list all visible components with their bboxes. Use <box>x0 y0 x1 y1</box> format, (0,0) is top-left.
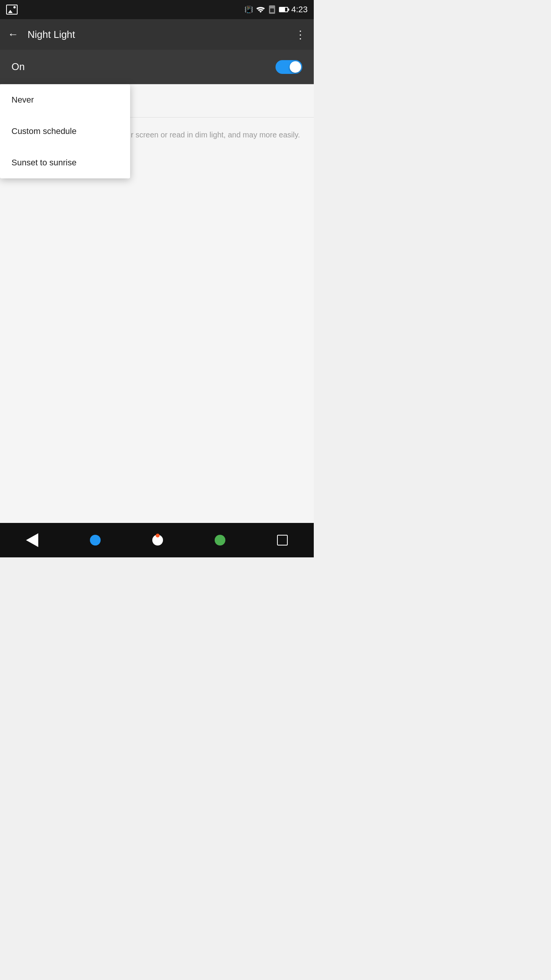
status-bar-left <box>6 5 18 15</box>
photo-mountain-icon <box>8 10 13 13</box>
dropdown-item-sunset-sunrise[interactable]: Sunset to sunrise <box>0 147 130 178</box>
photo-circle-icon <box>13 6 16 8</box>
main-content: cally r screen red at night. This makes … <box>0 84 314 544</box>
home-green-icon <box>215 535 225 546</box>
home-blue-button[interactable] <box>90 535 101 546</box>
dropdown-menu: Never Custom schedule Sunset to sunrise <box>0 84 130 178</box>
wifi-icon <box>256 6 265 13</box>
toggle-row: On <box>0 50 314 84</box>
dropdown-item-never[interactable]: Never <box>0 84 130 116</box>
home-white-button[interactable] <box>152 535 163 546</box>
back-button[interactable]: ← <box>8 28 18 41</box>
vibrate-icon: 📳 <box>245 5 253 14</box>
recents-icon <box>277 535 288 546</box>
home-green-button[interactable] <box>215 535 225 546</box>
home-white-icon <box>152 535 163 546</box>
svg-rect-1 <box>270 8 274 12</box>
more-options-button[interactable]: ⋮ <box>295 28 306 41</box>
nav-bar <box>0 523 314 557</box>
home-blue-icon <box>90 535 101 546</box>
page-title: Night Light <box>28 29 75 41</box>
night-light-toggle[interactable] <box>276 60 302 74</box>
time-display: 4:23 <box>291 5 308 15</box>
dropdown-item-custom-schedule[interactable]: Custom schedule <box>0 116 130 147</box>
toolbar: ← Night Light ⋮ <box>0 19 314 50</box>
battery-icon <box>279 7 288 12</box>
back-nav-icon <box>26 533 38 547</box>
toolbar-left: ← Night Light <box>8 28 75 41</box>
sim-icon <box>268 5 276 14</box>
recents-button[interactable] <box>277 535 288 546</box>
back-nav-button[interactable] <box>26 533 38 547</box>
toggle-label: On <box>11 61 25 73</box>
photo-icon <box>6 5 18 15</box>
status-bar-right: 📳 4:23 <box>245 5 308 15</box>
battery-fill <box>280 8 285 11</box>
status-bar: 📳 4:23 <box>0 0 314 19</box>
toggle-knob <box>290 61 301 73</box>
